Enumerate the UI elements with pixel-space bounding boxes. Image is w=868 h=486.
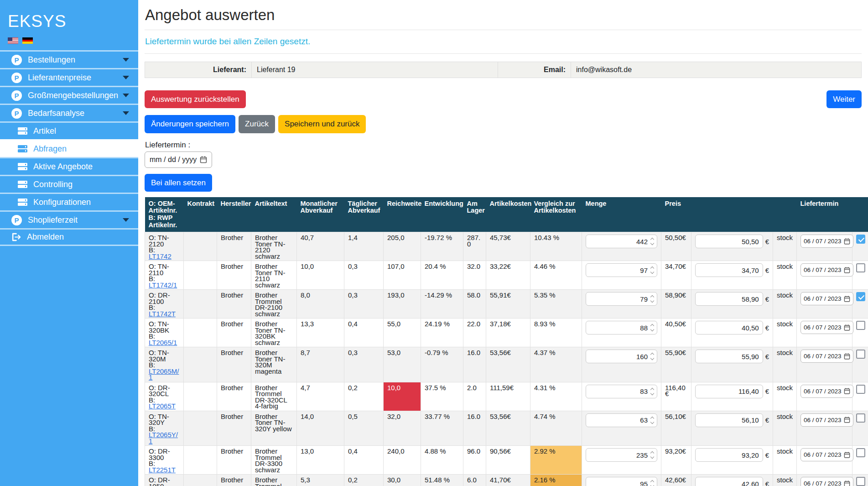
column-header-reichweite: Reichweite [384, 197, 421, 232]
number-spinner-icon[interactable] [651, 388, 654, 395]
sidebar-item-label: Lieferantenpreise [28, 73, 91, 83]
menge-input[interactable]: 97 [586, 263, 657, 277]
rwp-article-link[interactable]: LT1742/1 [149, 281, 177, 289]
menge-input[interactable]: 63 [586, 413, 657, 427]
preis-input[interactable]: 116,40 [695, 385, 763, 398]
set-all-button[interactable]: Bei allen setzen [145, 174, 212, 192]
preis-input[interactable]: 34,70 [695, 263, 763, 277]
liefertermin-date-input[interactable]: 06 / 07 / 2023 [800, 350, 853, 363]
calendar-icon [844, 324, 850, 331]
row-checkbox[interactable] [856, 413, 865, 423]
row-checkbox[interactable] [856, 448, 865, 457]
row-checkbox[interactable] [856, 292, 865, 301]
row-checkbox[interactable] [856, 321, 865, 330]
rwp-article-link[interactable]: LT2251T [149, 466, 176, 474]
am-lager-cell: 6.0 [463, 475, 486, 486]
menge-input[interactable]: 235 [586, 448, 657, 462]
entwicklung-cell: 37.5 % [421, 382, 463, 411]
supplier-label: Lieferant: [145, 62, 251, 78]
liefertermin-date-input[interactable]: 06 / 07 / 2023 [800, 477, 853, 486]
rwp-article-link[interactable]: LT1742T [149, 310, 176, 318]
artikeltext-cell: Brother Toner TN-320M magenta [251, 347, 297, 382]
currency-symbol: € [765, 417, 769, 423]
number-spinner-icon[interactable] [651, 267, 654, 273]
number-spinner-icon[interactable] [651, 417, 654, 423]
rwp-article-link[interactable]: LT1742 [149, 252, 172, 260]
row-checkbox[interactable] [856, 385, 865, 394]
kontrakt-cell [184, 347, 217, 382]
liefertermin-date-input[interactable]: 06 / 07 / 2023 [800, 385, 853, 398]
sidebar-item-bestellungen[interactable]: PBestellungen [0, 50, 138, 68]
rwp-article-link[interactable]: LT2065Y/1 [149, 431, 178, 445]
artikelkosten-cell: 90,56€ [486, 446, 530, 475]
us-flag-icon[interactable] [8, 37, 18, 44]
number-spinner-icon[interactable] [651, 296, 654, 302]
hersteller-cell: Brother [217, 475, 251, 486]
sidebar-item-lieferantenpreise[interactable]: PLieferantenpreise [0, 68, 138, 86]
number-spinner-icon[interactable] [651, 238, 654, 245]
rwp-article-link[interactable]: LT2065T [149, 402, 176, 410]
menge-input[interactable]: 88 [586, 321, 657, 334]
menge-input[interactable]: 95 [586, 477, 657, 486]
column-header-menge: Menge [582, 197, 661, 232]
kontrakt-cell [184, 261, 217, 290]
preis-input[interactable]: 50,50 [695, 235, 763, 248]
german-flag-icon[interactable] [22, 37, 33, 44]
column-header-o-oem-artikelnr-b-rwp-artikelnr: O: OEM-Artikelnr. B: RWP Artikelnr. [145, 197, 184, 232]
oem-number: O: DR-320CL [149, 385, 180, 397]
sidebar-item-abmelden[interactable]: Abmelden [0, 228, 138, 246]
oem-cell: O: DR-2100 B: LT1742T [145, 290, 184, 319]
preis-input[interactable]: 58,90 [695, 292, 763, 306]
sidebar-item-artikel[interactable]: Artikel [0, 121, 138, 139]
menge-input[interactable]: 79 [586, 292, 657, 306]
save-changes-button[interactable]: Änderungen speichern [145, 115, 235, 133]
next-button[interactable]: Weiter [826, 90, 862, 108]
preis-input[interactable]: 93,20 [695, 448, 763, 462]
number-spinner-icon[interactable] [651, 353, 654, 360]
oem-cell: O: DR-320CL B: LT2065T [145, 382, 184, 411]
liefertermin-date-input[interactable]: 06 / 07 / 2023 [800, 321, 853, 334]
rwp-article-link[interactable]: LT2065M/1 [149, 367, 179, 381]
liefertermin-date-input[interactable]: 06 / 07 / 2023 [800, 235, 853, 248]
number-spinner-icon[interactable] [651, 324, 654, 331]
sidebar-item-abfragen[interactable]: Abfragen [0, 139, 138, 157]
sidebar: EKSYS PBestellungenPLieferantenpreisePGr… [0, 0, 138, 486]
defer-evaluation-button[interactable]: Auswertung zurückstellen [145, 90, 246, 108]
preis-input[interactable]: 40,50 [695, 321, 763, 334]
number-spinner-icon[interactable] [651, 452, 654, 458]
save-and-back-button[interactable]: Speichern und zurück [278, 115, 366, 133]
liefertermin-date-input[interactable]: 06 / 07 / 2023 [800, 263, 853, 277]
oem-number: O: DR-3300 [149, 448, 180, 460]
row-checkbox[interactable] [856, 235, 865, 244]
sidebar-item-controlling[interactable]: Controlling [0, 175, 138, 193]
sidebar-item-shoplieferzeit[interactable]: PShoplieferzeit [0, 210, 138, 228]
stock-cell: stock [773, 475, 797, 486]
liefertermin-date-input[interactable]: 06 / 07 / 2023 [800, 413, 853, 427]
vergleich-cell: 4.46 % [530, 261, 582, 290]
preis-input[interactable]: 42,60 [695, 477, 763, 486]
menge-input[interactable]: 442 [586, 235, 657, 248]
rwp-article-link[interactable]: LT2065/1 [149, 339, 177, 346]
row-checkbox[interactable] [856, 477, 865, 486]
back-button[interactable]: Zurück [239, 115, 275, 133]
sidebar-item-bedarfsanalyse[interactable]: PBedarfsanalyse [0, 104, 138, 121]
sidebar-item-konfigurationen[interactable]: Konfigurationen [0, 193, 138, 210]
preis-input[interactable]: 55,90 [695, 350, 763, 363]
row-checkbox[interactable] [856, 350, 865, 359]
menge-input[interactable]: 160 [586, 350, 657, 363]
row-checkbox[interactable] [856, 263, 865, 272]
menge-input[interactable]: 83 [586, 385, 657, 398]
liefertermin-date-input[interactable]: 06 / 07 / 2023 [800, 292, 853, 305]
sidebar-item-aktive-angebote[interactable]: Aktive Angebote [0, 157, 138, 175]
menge-cell: 160 [582, 347, 661, 382]
sidebar-item-gro-mengebestellungen[interactable]: PGroßmengebestellungen [0, 86, 138, 104]
artikelkosten-cell: 111,59€ [486, 382, 530, 411]
table-row: O: TN-320Y B: LT2065Y/1 Brother Brother … [145, 411, 868, 446]
delivery-date-input[interactable]: mm / dd / yyyy [145, 152, 212, 168]
column-header-hersteller: Hersteller [217, 197, 251, 232]
number-spinner-icon[interactable] [651, 481, 654, 486]
reichweite-cell: 32,0 [384, 411, 421, 446]
preis-input[interactable]: 56,10 [695, 413, 763, 427]
list-icon [18, 199, 27, 206]
liefertermin-date-input[interactable]: 06 / 07 / 2023 [800, 448, 853, 461]
